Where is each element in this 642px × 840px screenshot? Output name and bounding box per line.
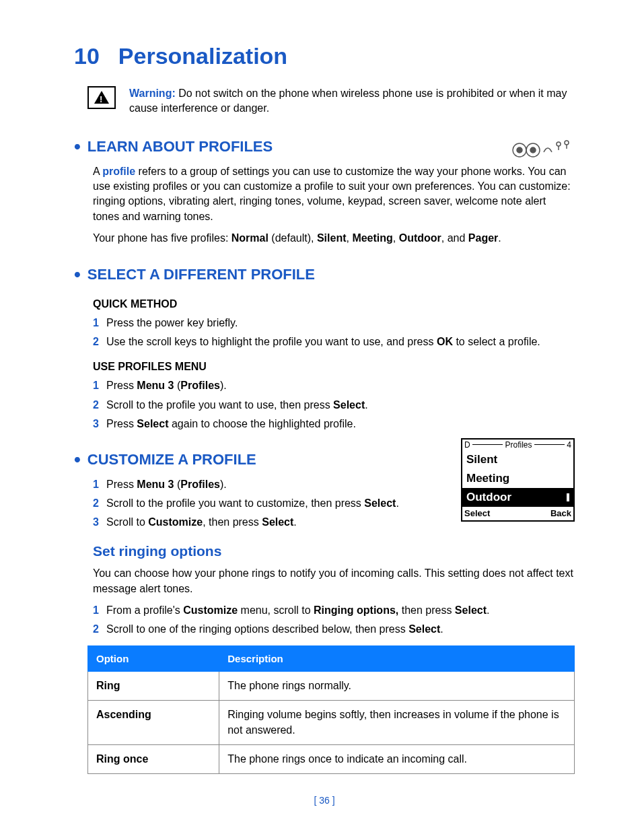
list-item: 1Press Menu 3 (Profiles). (93, 477, 575, 492)
quick-steps-list: 1Press the power key briefly. 2Use the s… (93, 316, 575, 350)
svg-point-5 (565, 141, 569, 145)
svg-point-3 (530, 147, 536, 153)
chapter-title: 10Personalization (74, 40, 575, 73)
table-header-description: Description (219, 645, 575, 671)
warning-box: ! Warning: Do not switch on the phone wh… (87, 86, 575, 116)
customize-steps-list: 1Press Menu 3 (Profiles). 2Scroll to the… (93, 477, 575, 530)
chapter-name: Personalization (118, 43, 287, 69)
list-item: 2Scroll to one of the ringing options de… (93, 622, 575, 637)
warning-icon: ! (87, 86, 116, 109)
page-number: [ 36 ] (74, 794, 575, 808)
list-item: 2Use the scroll keys to highlight the pr… (93, 335, 575, 349)
ringing-intro: You can choose how your phone rings to n… (93, 566, 575, 596)
list-item: 1Press Menu 3 (Profiles). (93, 378, 575, 393)
list-item: 2Scroll to the profile you want to use, … (93, 398, 575, 413)
list-item: 3Press Select again to choose the highli… (93, 417, 575, 431)
list-item: 3Scroll to Customize, then press Select. (93, 515, 575, 530)
ringing-steps-list: 1From a profile's Customize menu, scroll… (93, 603, 575, 637)
ringing-options-table: Option Description Ring The phone rings … (87, 645, 575, 775)
menu-steps-list: 1Press Menu 3 (Profiles). 2Scroll to the… (93, 378, 575, 431)
chapter-number: 10 (74, 43, 100, 69)
section-select: SELECT A DIFFERENT PROFILE (74, 261, 575, 287)
svg-point-1 (517, 147, 522, 153)
learn-paragraph-1: A profile refers to a group of settings … (93, 164, 575, 225)
warning-text: Warning: Do not switch on the phone when… (129, 86, 575, 116)
table-header-option: Option (88, 645, 219, 671)
table-row: Ring once The phone rings once to indica… (88, 744, 575, 773)
table-row: Ascending Ringing volume begins softly, … (88, 701, 575, 745)
learn-paragraph-2: Your phone has five profiles: Normal (de… (93, 231, 575, 246)
profiles-graphic-icon (501, 133, 575, 163)
list-item: 1Press the power key briefly. (93, 316, 575, 330)
table-row: Ring The phone rings normally. (88, 671, 575, 700)
list-item: 1From a profile's Customize menu, scroll… (93, 603, 575, 618)
subhead-ringing: Set ringing options (93, 541, 575, 561)
subhead-quick: QUICK METHOD (93, 297, 575, 312)
section-learn: LEARN ABOUT PROFILES (74, 133, 575, 160)
subhead-profiles-menu: USE PROFILES MENU (93, 359, 575, 374)
phone-row: Silent (462, 450, 573, 469)
warning-label: Warning: (129, 88, 176, 99)
list-item: 2Scroll to the profile you want to custo… (93, 496, 575, 511)
svg-point-4 (557, 142, 561, 146)
profile-term: profile (102, 166, 135, 177)
